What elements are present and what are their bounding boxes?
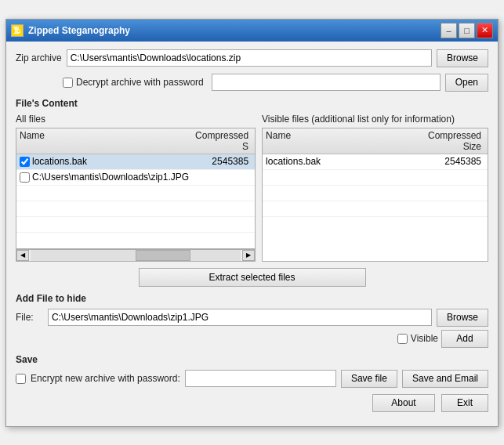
visible-files-size-header: Compressed Size	[422, 130, 484, 152]
all-files-header: Name Compressed S	[16, 128, 255, 154]
add-file-label: Add File to hide	[16, 293, 488, 304]
encrypt-password-input[interactable]	[185, 370, 336, 387]
scroll-left-arrow[interactable]: ◀	[16, 250, 29, 261]
extract-button-row: Extract selected files	[16, 268, 488, 287]
zip-archive-input[interactable]	[67, 49, 432, 67]
file-size: 2545385	[422, 156, 484, 167]
table-row	[263, 186, 488, 201]
content-area: Zip archive Browse Decrypt archive with …	[6, 42, 498, 426]
all-files-panel: All files Name Compressed S locations.ba…	[16, 114, 256, 262]
all-files-body: locations.bak 2545385 C:\Users\mantis\Do…	[16, 154, 255, 249]
open-button[interactable]: Open	[445, 74, 488, 92]
decrypt-password-input[interactable]	[212, 74, 441, 91]
scroll-right-arrow[interactable]: ▶	[242, 250, 255, 261]
file-name: C:\Users\mantis\Downloads\zip1.JPG	[32, 172, 189, 183]
horizontal-scrollbar[interactable]: ◀ ▶	[16, 249, 256, 262]
title-bar: 🗜 Zipped Steganography – □ ✕	[6, 20, 498, 42]
file-row-name: locations.bak	[20, 156, 189, 167]
zip-archive-label: Zip archive	[16, 52, 62, 63]
close-button[interactable]: ✕	[477, 23, 493, 38]
decrypt-checkbox[interactable]	[63, 78, 73, 88]
encrypt-label: Encrypt new archive with password:	[31, 373, 180, 384]
visible-files-header: Name Compressed Size	[263, 128, 488, 154]
title-bar-left: 🗜 Zipped Steganography	[11, 24, 130, 37]
table-row	[16, 201, 255, 217]
add-file-section: Add File to hide File: Browse Visible Ad…	[16, 293, 488, 348]
file-name: locations.bak	[32, 156, 87, 167]
file-input-row: File: Browse	[16, 309, 488, 327]
decrypt-label: Decrypt archive with password	[76, 77, 204, 88]
file-checkbox[interactable]	[20, 157, 30, 167]
browse-button[interactable]: Browse	[437, 49, 488, 67]
visible-files-label: Visible files (additional list only for …	[262, 114, 488, 125]
main-window: 🗜 Zipped Steganography – □ ✕ Zip archive…	[5, 19, 499, 427]
file-name: locations.bak	[266, 156, 321, 167]
about-button[interactable]: About	[372, 394, 435, 412]
decrypt-row: Decrypt archive with password Open	[63, 74, 488, 92]
table-row[interactable]: C:\Users\mantis\Downloads\zip1.JPG	[16, 170, 255, 186]
file-row-name: locations.bak	[266, 156, 422, 167]
zip-archive-row: Zip archive Browse	[16, 49, 488, 67]
minimize-button[interactable]: –	[441, 23, 457, 38]
extract-selected-button[interactable]: Extract selected files	[139, 268, 366, 287]
file-row-name: C:\Users\mantis\Downloads\zip1.JPG	[20, 172, 189, 183]
visible-files-body: locations.bak 2545385	[263, 154, 488, 262]
file-checkbox[interactable]	[20, 172, 30, 183]
all-files-table: Name Compressed S locations.bak 2545385	[16, 128, 256, 249]
files-content-section: File's Content All files Name Compressed…	[16, 98, 488, 287]
visible-check-row: Visible Add	[16, 330, 488, 348]
save-section-label: Save	[16, 354, 488, 365]
save-section: Save Encrypt new archive with password: …	[16, 354, 488, 388]
scrollbar-track	[31, 250, 241, 261]
table-row	[263, 201, 488, 217]
visible-checkbox[interactable]	[397, 334, 408, 344]
add-file-browse-button[interactable]: Browse	[437, 309, 488, 327]
add-button[interactable]: Add	[441, 330, 488, 348]
save-file-button[interactable]: Save file	[341, 370, 397, 388]
window-title: Zipped Steganography	[28, 25, 130, 36]
file-size: 2545385	[189, 156, 252, 167]
exit-button[interactable]: Exit	[441, 394, 488, 412]
save-row: Encrypt new archive with password: Save …	[16, 370, 488, 388]
table-row[interactable]: locations.bak 2545385	[16, 154, 255, 170]
app-icon: 🗜	[11, 24, 24, 37]
files-content-label: File's Content	[16, 98, 488, 109]
scrollbar-thumb[interactable]	[136, 250, 190, 261]
visible-files-name-header: Name	[266, 130, 419, 152]
table-row[interactable]: locations.bak 2545385	[263, 154, 488, 170]
visible-files-panel: Visible files (additional list only for …	[262, 114, 488, 262]
decrypt-checkbox-row: Decrypt archive with password	[63, 77, 204, 88]
table-row	[16, 186, 255, 201]
add-file-input[interactable]	[48, 309, 432, 326]
table-row	[263, 170, 488, 186]
files-section: All files Name Compressed S locations.ba…	[16, 114, 488, 262]
visible-label: Visible	[411, 333, 438, 344]
all-files-size-header: Compressed S	[189, 130, 252, 152]
save-email-button[interactable]: Save and Email	[402, 370, 488, 388]
table-row	[16, 217, 255, 233]
title-buttons: – □ ✕	[441, 23, 493, 38]
maximize-button[interactable]: □	[459, 23, 475, 38]
all-files-label: All files	[16, 114, 256, 125]
bottom-buttons-row: About Exit	[16, 394, 488, 418]
visible-files-table: Name Compressed Size locations.bak 25453…	[262, 128, 488, 262]
all-files-name-header: Name	[20, 130, 186, 152]
file-label: File:	[16, 312, 43, 323]
encrypt-checkbox[interactable]	[16, 374, 26, 384]
